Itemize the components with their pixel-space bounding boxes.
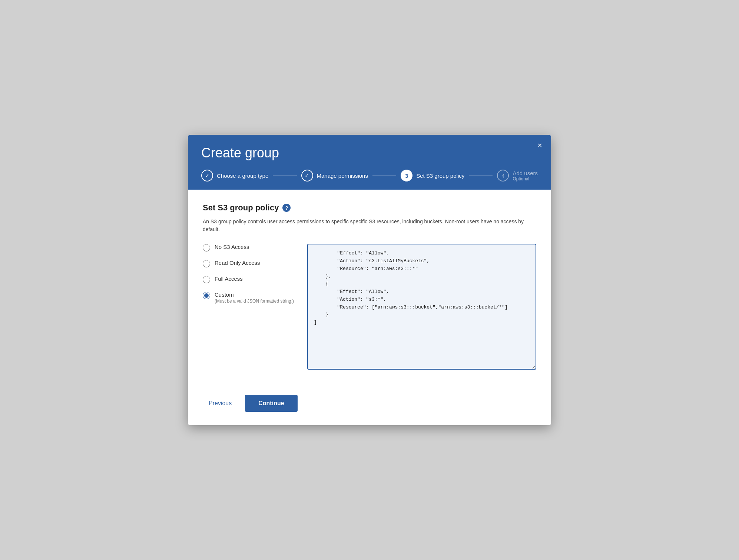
radio-custom[interactable]: Custom (Must be a valid JSON formatted s… [203, 291, 294, 304]
radio-label-read-only-access: Read Only Access [215, 260, 260, 266]
radio-no-s3-access[interactable]: No S3 Access [203, 244, 294, 251]
modal-header: × Create group ✓ Choose a group type ✓ M… [188, 135, 551, 190]
radio-input-no-s3-access[interactable] [203, 244, 210, 251]
step-4-circle: 4 [497, 170, 509, 181]
radio-full-access[interactable]: Full Access [203, 276, 294, 283]
section-description: An S3 group policy controls user access … [203, 218, 536, 233]
radio-label-no-s3-access: No S3 Access [215, 244, 249, 250]
radio-input-full-access[interactable] [203, 276, 210, 283]
step-3-circle: 3 [401, 170, 412, 181]
steps-container: ✓ Choose a group type ✓ Manage permissio… [201, 170, 538, 190]
step-connector-3 [469, 176, 493, 176]
json-editor-wrapper: "Effect": "Allow", "Action": "s3:ListAll… [307, 244, 536, 371]
step-manage-permissions: ✓ Manage permissions [301, 170, 368, 181]
step-add-users: 4 Add users Optional [497, 170, 538, 181]
radio-input-read-only-access[interactable] [203, 260, 210, 267]
create-group-modal: × Create group ✓ Choose a group type ✓ M… [188, 135, 551, 425]
radio-label-custom: Custom (Must be a valid JSON formatted s… [215, 291, 294, 304]
modal-footer: Previous Continue [188, 383, 551, 425]
step-1-circle: ✓ [201, 170, 213, 181]
step-4-label: Add users Optional [513, 170, 538, 181]
step-3-label: Set S3 group policy [416, 173, 464, 179]
step-1-label: Choose a group type [217, 173, 268, 179]
radio-read-only-access[interactable]: Read Only Access [203, 260, 294, 267]
radio-custom-sublabel: (Must be a valid JSON formatted string.) [215, 299, 294, 304]
continue-button[interactable]: Continue [245, 395, 297, 412]
step-4-sublabel: Optional [513, 176, 538, 181]
previous-button[interactable]: Previous [203, 396, 238, 410]
radio-input-custom[interactable] [203, 292, 210, 299]
section-title: Set S3 group policy ? [203, 203, 536, 213]
close-button[interactable]: × [537, 141, 542, 150]
content-area: No S3 Access Read Only Access Full Acces… [203, 244, 536, 371]
step-2-circle: ✓ [301, 170, 313, 181]
radio-group: No S3 Access Read Only Access Full Acces… [203, 244, 294, 304]
modal-title: Create group [201, 145, 538, 161]
step-connector-2 [372, 176, 396, 176]
help-icon[interactable]: ? [282, 204, 291, 212]
step-set-s3-policy: 3 Set S3 group policy [401, 170, 464, 181]
step-2-label: Manage permissions [317, 173, 368, 179]
radio-label-full-access: Full Access [215, 276, 243, 282]
step-connector-1 [273, 176, 296, 176]
step-choose-group-type: ✓ Choose a group type [201, 170, 268, 181]
modal-body: Set S3 group policy ? An S3 group policy… [188, 190, 551, 383]
json-policy-editor[interactable]: "Effect": "Allow", "Action": "s3:ListAll… [307, 244, 536, 370]
